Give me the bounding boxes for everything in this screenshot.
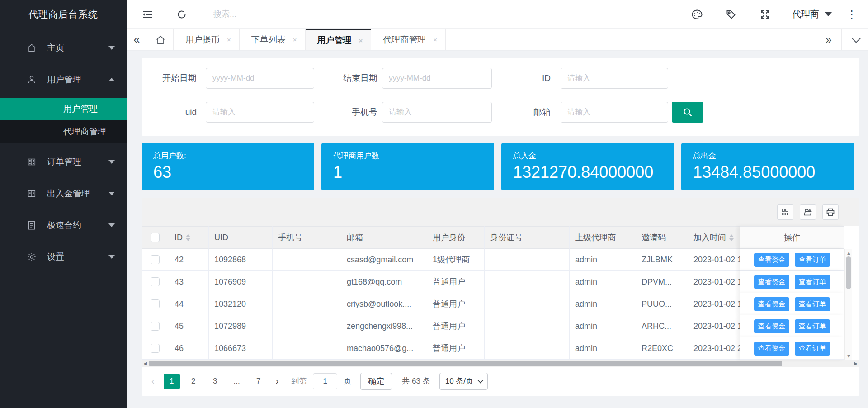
table-row: 42 1092868 csasd@gmail.com 1级代理商 admin Z… [142,249,844,271]
close-icon[interactable]: × [433,36,437,43]
stat-card-total-users: 总用户数: 63 [142,143,314,190]
print-icon[interactable] [822,204,839,220]
row-checkbox[interactable] [151,277,160,286]
tabs-menu-icon[interactable] [842,29,868,50]
fullscreen-icon[interactable] [758,8,772,21]
page-button-3[interactable]: 3 [207,374,223,389]
row-checkbox[interactable] [151,299,160,308]
header-cell-idcard: 身份证号 [485,226,570,249]
tab-user-management[interactable]: 用户管理 × [306,29,372,50]
chevron-down-icon [108,255,115,259]
home-icon [26,43,37,53]
sidebar-subitem-agent-management[interactable]: 代理商管理 [0,120,127,143]
tabs-scroll-right-icon[interactable]: » [816,29,842,50]
close-icon[interactable]: × [293,36,297,43]
tabbar: « 用户提币 × 下单列表 × 用户管理 × 代理商管理 × » [127,29,868,51]
sidebar-menu: 主页 用户管理 用户管理 代理商管理 [0,35,127,270]
close-icon[interactable]: × [359,37,363,44]
header-cell-parent-agent: 上级代理商 [570,226,636,249]
view-orders-button[interactable]: 查看订单 [795,342,830,356]
scroll-right-icon[interactable]: ▶ [852,360,859,367]
order-icon [26,157,37,167]
prev-page-icon[interactable]: ‹ [151,376,155,386]
view-orders-button[interactable]: 查看订单 [795,275,830,289]
view-funds-button[interactable]: 查看资金 [754,253,789,267]
sort-icon[interactable] [186,234,190,241]
close-icon[interactable]: × [227,36,231,43]
filter-label-id: ID [458,68,551,89]
header-cell-uid: UID [209,226,273,249]
sidebar-item-settings[interactable]: 设置 [0,244,127,270]
sidebar-item-home[interactable]: 主页 [0,35,127,61]
stat-label: 总入金 [513,151,662,161]
goto-page-input[interactable] [313,373,337,389]
scrollbar-thumb[interactable] [149,361,782,366]
row-checkbox[interactable] [151,255,160,264]
email-input[interactable] [561,102,668,123]
export-icon[interactable] [800,204,816,220]
tag-icon[interactable] [724,8,738,21]
tabs-scroll-left-icon[interactable]: « [127,29,147,50]
tab-home-icon[interactable] [147,29,174,50]
kebab-menu-icon[interactable]: ⋮ [846,9,857,20]
collapse-menu-icon[interactable] [141,8,155,21]
sort-icon[interactable] [729,234,734,241]
row-checkbox[interactable] [151,344,160,353]
scrollbar-thumb[interactable] [846,256,851,289]
vertical-scrollbar[interactable]: ▲ ▼ [844,249,852,360]
header-cell-join-time[interactable]: 加入时间 [688,226,740,249]
user-menu[interactable]: 代理商 [792,8,832,20]
sidebar-item-label: 用户管理 [47,74,81,85]
sidebar-submenu: 用户管理 代理商管理 [0,98,127,143]
view-funds-button[interactable]: 查看资金 [754,297,789,311]
scroll-up-icon[interactable]: ▲ [845,250,853,256]
total-count-label: 共 63 条 [402,376,430,386]
search-button[interactable] [672,102,703,123]
tab-order-list[interactable]: 下单列表 × [240,29,306,50]
palette-icon[interactable] [690,8,704,21]
refresh-icon[interactable] [175,8,189,21]
select-all-checkbox[interactable] [151,233,160,242]
table-row: 44 1032120 criysb@outlook.... 普通用户 admin… [142,293,844,315]
view-orders-button[interactable]: 查看订单 [795,297,830,311]
sidebar-subitem-user-management[interactable]: 用户管理 [0,98,127,120]
tab-label: 用户提币 [185,34,220,46]
confirm-button[interactable]: 确定 [360,373,392,390]
sidebar-item-user-management[interactable]: 用户管理 [0,67,127,92]
user-menu-label: 代理商 [792,8,819,20]
scroll-down-icon[interactable]: ▼ [845,353,853,359]
page-button-1[interactable]: 1 [164,374,180,389]
scroll-left-icon[interactable]: ◀ [142,360,149,367]
filter-label-uid: uid [142,102,197,123]
view-orders-button[interactable]: 查看订单 [795,319,830,333]
view-orders-button[interactable]: 查看订单 [795,253,830,267]
topbar: 代理商 ⋮ [127,0,868,29]
page-button-2[interactable]: 2 [185,374,202,389]
page-size-select[interactable]: 10 条/页 [439,373,488,390]
sidebar-item-label: 极速合约 [47,219,81,231]
next-page-icon[interactable]: › [276,376,279,386]
filter-label-phone: 手机号 [291,102,377,123]
columns-icon[interactable] [777,204,793,220]
table-panel: ID UID 手机号 邮箱 用户身份 身份证号 上级代理商 邀请码 加入时间 操… [142,198,859,396]
sidebar-item-order-management[interactable]: 订单管理 [0,149,127,175]
stats-row: 总用户数: 63 代理商用户数 1 总入金 1321270.84000000 总… [142,143,859,190]
stat-card-agent-users: 代理商用户数 1 [321,143,494,190]
view-funds-button[interactable]: 查看资金 [754,342,789,356]
horizontal-scrollbar[interactable]: ◀ ▶ [142,360,859,367]
header-cell-id[interactable]: ID [169,226,209,249]
stat-value: 1 [333,163,482,182]
tab-agent-management[interactable]: 代理商管理 × [371,29,446,50]
id-input[interactable] [561,68,668,89]
row-checkbox[interactable] [151,322,160,331]
tab-user-withdraw[interactable]: 用户提币 × [174,29,240,50]
view-funds-button[interactable]: 查看资金 [754,275,789,289]
filter-panel: 开始日期 结束日期 ID uid 手机号 邮箱 [142,58,859,136]
view-funds-button[interactable]: 查看资金 [754,319,789,333]
sidebar-item-funds-management[interactable]: 出入金管理 [0,181,127,206]
sidebar-item-fast-contract[interactable]: 极速合约 [0,213,127,238]
page-button-7[interactable]: 7 [250,374,267,389]
header-cell-actions: 操作 [740,226,844,249]
search-input[interactable] [213,9,331,19]
header-cell-role: 用户身份 [427,226,485,249]
